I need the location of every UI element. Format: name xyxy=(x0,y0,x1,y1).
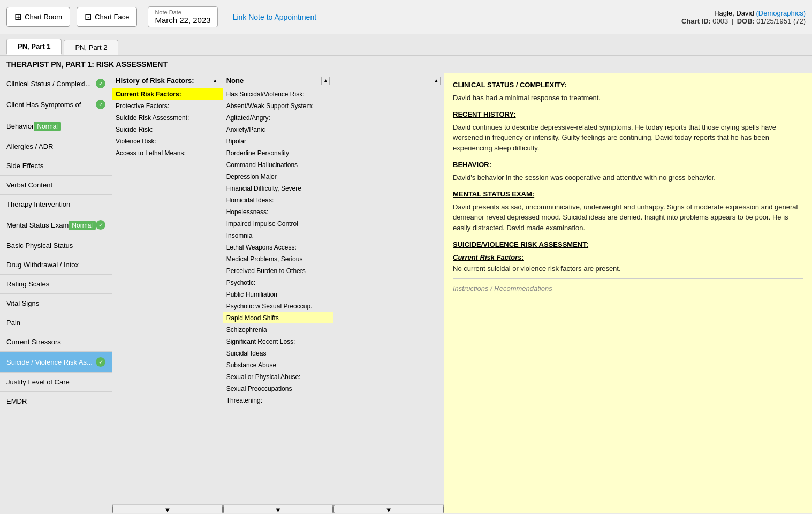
demographics-link[interactable]: (Demographics) xyxy=(756,9,806,17)
col3-item-18[interactable] xyxy=(333,300,444,312)
col2-item-19[interactable]: Rapid Mood Shifts xyxy=(223,312,333,324)
col2-item-14[interactable]: Medical Problems, Serious xyxy=(223,253,333,265)
col1-item-25[interactable] xyxy=(112,383,223,395)
col2-item-24[interactable]: Sexual or Physical Abuse: xyxy=(223,371,333,383)
col3-item-7[interactable] xyxy=(333,171,444,183)
nav-item-6[interactable]: Therapy Intervention xyxy=(0,195,112,214)
col3-item-20[interactable] xyxy=(333,324,444,336)
col1-item-23[interactable] xyxy=(112,359,223,371)
list-col-3-scroll-down[interactable]: ▼ xyxy=(333,505,444,513)
list-col-3-scroll-up[interactable]: ▲ xyxy=(432,77,441,85)
col2-item-17[interactable]: Public Humiliation xyxy=(223,289,333,300)
tab-pn-part1[interactable]: PN, Part 1 xyxy=(6,39,62,55)
nav-item-8[interactable]: Basic Physical Status xyxy=(0,236,112,255)
col3-item-5[interactable] xyxy=(333,147,444,159)
col2-item-18[interactable]: Psychotic w Sexual Preoccup. xyxy=(223,300,333,312)
col2-item-3[interactable]: Anxiety/Panic xyxy=(223,124,333,135)
nav-item-16[interactable]: EMDR xyxy=(0,392,112,411)
col1-item-3[interactable]: Suicide Risk: xyxy=(112,124,223,135)
col2-item-1[interactable]: Absent/Weak Support System: xyxy=(223,100,333,112)
col1-item-15[interactable] xyxy=(112,265,223,277)
col3-item-19[interactable] xyxy=(333,312,444,324)
col3-item-4[interactable] xyxy=(333,135,444,147)
chart-room-button[interactable]: ⊞ Chart Room xyxy=(6,7,70,27)
col3-item-15[interactable] xyxy=(333,265,444,277)
col2-item-7[interactable]: Depression Major xyxy=(223,171,333,183)
col2-item-13[interactable]: Lethal Weapons Access: xyxy=(223,241,333,253)
nav-item-13[interactable]: Current Stressors xyxy=(0,332,112,352)
col3-item-17[interactable] xyxy=(333,289,444,300)
col2-item-9[interactable]: Homicidal Ideas: xyxy=(223,194,333,206)
col2-item-8[interactable]: Financial Difficulty, Severe xyxy=(223,183,333,194)
col1-item-11[interactable] xyxy=(112,218,223,230)
nav-item-14[interactable]: Suicide / Violence Risk As...✓ xyxy=(0,352,112,373)
nav-item-7[interactable]: Mental Status ExamNormal✓ xyxy=(0,214,112,236)
col1-item-21[interactable] xyxy=(112,336,223,347)
col1-item-6[interactable] xyxy=(112,159,223,171)
nav-item-10[interactable]: Rating Scales xyxy=(0,275,112,294)
col3-item-9[interactable] xyxy=(333,194,444,206)
col2-item-15[interactable]: Perceived Burden to Others xyxy=(223,265,333,277)
col2-item-25[interactable]: Sexual Preoccupations xyxy=(223,383,333,395)
list-col-1-scroll-down[interactable]: ▼ xyxy=(112,505,223,513)
nav-item-2[interactable]: BehaviorNormal xyxy=(0,115,112,137)
col3-item-25[interactable] xyxy=(333,383,444,395)
col1-item-1[interactable]: Protective Factors: xyxy=(112,100,223,112)
col2-item-6[interactable]: Command Hallucinations xyxy=(223,159,333,171)
col3-item-22[interactable] xyxy=(333,347,444,359)
col3-item-3[interactable] xyxy=(333,124,444,135)
col1-item-14[interactable] xyxy=(112,253,223,265)
col1-item-17[interactable] xyxy=(112,289,223,300)
nav-item-11[interactable]: Vital Signs xyxy=(0,294,112,313)
col1-item-5[interactable]: Access to Lethal Means: xyxy=(112,147,223,159)
col1-item-0[interactable]: Current Risk Factors: xyxy=(112,88,223,100)
col3-item-16[interactable] xyxy=(333,277,444,289)
nav-item-0[interactable]: Clinical Status / Complexi...✓ xyxy=(0,73,112,94)
col2-item-16[interactable]: Psychotic: xyxy=(223,277,333,289)
col1-item-2[interactable]: Suicide Risk Assessment: xyxy=(112,112,223,124)
col1-item-20[interactable] xyxy=(112,324,223,336)
col2-item-21[interactable]: Significant Recent Loss: xyxy=(223,336,333,347)
tab-pn-part2[interactable]: PN, Part 2 xyxy=(64,40,118,55)
col2-item-10[interactable]: Hopelessness: xyxy=(223,206,333,218)
col1-item-19[interactable] xyxy=(112,312,223,324)
col1-item-13[interactable] xyxy=(112,241,223,253)
col3-item-26[interactable] xyxy=(333,395,444,406)
nav-item-5[interactable]: Verbal Content xyxy=(0,176,112,195)
nav-item-15[interactable]: Justify Level of Care xyxy=(0,373,112,392)
link-appointment-button[interactable]: Link Note to Appointment xyxy=(233,13,316,21)
col2-item-23[interactable]: Substance Abuse xyxy=(223,359,333,371)
col3-item-10[interactable] xyxy=(333,206,444,218)
col1-item-7[interactable] xyxy=(112,171,223,183)
col3-item-1[interactable] xyxy=(333,100,444,112)
col1-item-8[interactable] xyxy=(112,183,223,194)
list-col-2-scroll-down[interactable]: ▼ xyxy=(223,505,333,513)
nav-item-4[interactable]: Side Effects xyxy=(0,156,112,176)
col3-item-2[interactable] xyxy=(333,112,444,124)
list-col-1-scroll-up[interactable]: ▲ xyxy=(211,77,219,85)
col2-item-12[interactable]: Insomnia xyxy=(223,230,333,241)
col2-item-20[interactable]: Schizophrenia xyxy=(223,324,333,336)
col3-item-23[interactable] xyxy=(333,359,444,371)
nav-item-9[interactable]: Drug Withdrawal / Intox xyxy=(0,255,112,275)
col1-item-18[interactable] xyxy=(112,300,223,312)
list-col-2-scroll-up[interactable]: ▲ xyxy=(321,77,330,85)
col1-item-4[interactable]: Violence Risk: xyxy=(112,135,223,147)
col1-item-22[interactable] xyxy=(112,347,223,359)
chart-face-button[interactable]: ⊡ Chart Face xyxy=(77,7,137,27)
nav-item-1[interactable]: Client Has Symptoms of✓ xyxy=(0,94,112,115)
col2-item-26[interactable]: Threatening: xyxy=(223,395,333,406)
col2-item-22[interactable]: Suicidal Ideas xyxy=(223,347,333,359)
col3-item-6[interactable] xyxy=(333,159,444,171)
col2-item-4[interactable]: Bipolar xyxy=(223,135,333,147)
col3-item-12[interactable] xyxy=(333,230,444,241)
col2-item-5[interactable]: Borderline Personality xyxy=(223,147,333,159)
col1-item-9[interactable] xyxy=(112,194,223,206)
col3-item-0[interactable] xyxy=(333,88,444,100)
col3-item-21[interactable] xyxy=(333,336,444,347)
col2-item-0[interactable]: Has Suicidal/Violence Risk: xyxy=(223,88,333,100)
col1-item-12[interactable] xyxy=(112,230,223,241)
col1-item-10[interactable] xyxy=(112,206,223,218)
nav-item-3[interactable]: Allergies / ADR xyxy=(0,137,112,156)
col3-item-8[interactable] xyxy=(333,183,444,194)
